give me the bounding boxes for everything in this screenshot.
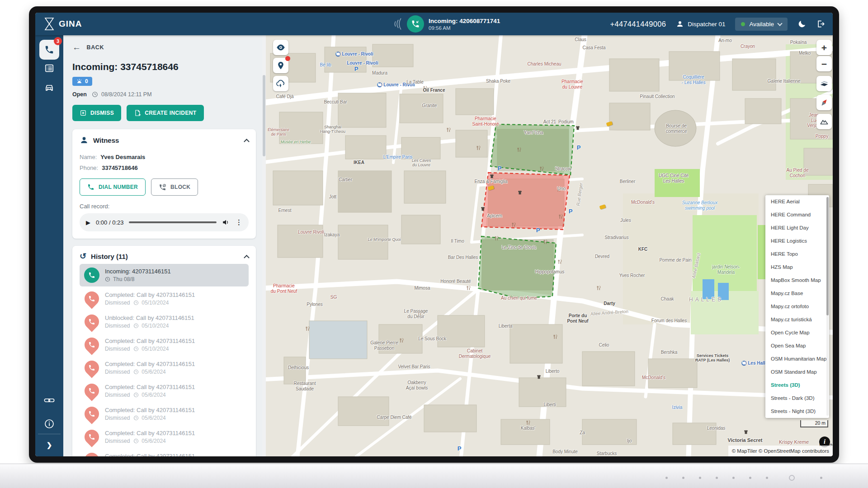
history-item[interactable]: Completed: Call by 420731146151Dismissed…: [80, 287, 249, 310]
dismissed-call-icon: [81, 427, 102, 447]
panel-scrollbar[interactable]: [262, 35, 266, 456]
audio-time: 0:00 / 0:23: [96, 219, 123, 226]
incoming-call-toast[interactable]: Incoming: 420608771741 09:56 AM: [392, 15, 500, 33]
map-label: Yves Rocher: [619, 273, 645, 278]
map[interactable]: PPPPPP ClausCasa FestaAn-moCrayonPokaïna…: [266, 35, 833, 456]
history-item[interactable]: Completed: Call by 420731146151Dismissed…: [80, 333, 249, 356]
chin-dot: [665, 477, 668, 479]
layer-option[interactable]: OSM Humanitarian Map: [765, 352, 829, 366]
map-label: Izivia: [672, 405, 683, 410]
availability-dropdown[interactable]: Available: [735, 18, 788, 31]
layer-option[interactable]: Streets - Night (3D): [765, 405, 829, 418]
power-button[interactable]: [789, 475, 795, 481]
layer-option[interactable]: MapBox Smooth Map: [765, 274, 829, 287]
witness-name: Yves Desmarais: [100, 154, 145, 160]
layer-option[interactable]: Mapy.cz Base: [765, 287, 829, 300]
play-icon[interactable]: ▶: [86, 219, 90, 226]
history-item[interactable]: Unblocked: Call by 420731146151Dismissed…: [80, 310, 249, 333]
audio-progress-bar[interactable]: [129, 221, 217, 223]
panel-scrollbar-thumb[interactable]: [263, 75, 265, 156]
monitor-bezel: GINA Incoming: 420608771741 09:56: [29, 6, 839, 463]
layer-option[interactable]: Open Cycle Map: [765, 326, 829, 339]
map-label: Pomme de Pain: [659, 258, 691, 263]
restaurant-icon: [540, 165, 544, 173]
audio-player[interactable]: ▶ 0:00 / 0:23 ⋮: [80, 213, 249, 231]
map-label: Velvet Bar Paris: [398, 364, 430, 370]
compass-icon: [817, 96, 831, 110]
tilt-button[interactable]: [816, 76, 832, 91]
map-label: Cartier: [339, 177, 352, 183]
history-item[interactable]: Completed: Call by 420731146151Dismissed…: [80, 449, 249, 456]
markers-button[interactable]: [273, 58, 288, 73]
layer-option[interactable]: HERE Light Day: [765, 221, 829, 235]
nav-list-button[interactable]: [35, 63, 63, 73]
siren-icon: [76, 79, 82, 84]
logout-icon[interactable]: [816, 19, 826, 28]
nav-rail: 3: [35, 35, 63, 456]
restaurant-icon: [558, 258, 562, 266]
map-label: Victoria Secret: [728, 437, 763, 443]
weather-button[interactable]: [273, 76, 288, 91]
collapse-history-icon[interactable]: [244, 254, 250, 260]
history-item[interactable]: Completed: Call by 420731146151Dismissed…: [80, 380, 249, 402]
layer-option[interactable]: HERE Topo: [765, 248, 829, 261]
layer-option[interactable]: Open Sea Map: [765, 339, 829, 352]
layer-option[interactable]: OSM Standard Map: [765, 366, 829, 379]
history-item[interactable]: Completed: Call by 420731146151Dismissed…: [80, 403, 249, 425]
map-canvas: [266, 35, 833, 456]
chin-dot: [820, 477, 822, 479]
dismissed-call-icon: [81, 357, 102, 378]
history-item[interactable]: Completed: Call by 420731146151Dismissed…: [80, 426, 249, 448]
cloud-lightning-icon: [276, 79, 286, 89]
map-label: Liberto: [546, 369, 560, 374]
create-incident-button[interactable]: CREATE INCIDENT: [127, 105, 203, 121]
collapse-witness-icon[interactable]: [244, 138, 250, 144]
dial-number-button[interactable]: DIAL NUMBER: [80, 178, 146, 196]
markers-alert-dot: [285, 56, 290, 61]
visibility-button[interactable]: [273, 40, 288, 55]
dark-mode-icon[interactable]: [797, 19, 807, 28]
layer-option[interactable]: Streets - Dark (3D): [765, 392, 829, 405]
witness-card: Witness Name: Yves Desmarais Phone: 3374…: [72, 129, 256, 239]
shop-icon: [490, 172, 494, 180]
chin-dot: [699, 477, 701, 479]
layers-scrollbar-thumb[interactable]: [826, 197, 829, 315]
about-button[interactable]: [35, 418, 63, 429]
map-label: Act 21: [543, 119, 556, 125]
integrations-button[interactable]: [35, 397, 63, 404]
rail-divider: [38, 434, 61, 434]
nav-vehicles-button[interactable]: [35, 82, 63, 93]
map-scale: 20 m: [800, 420, 828, 427]
block-button[interactable]: BLOCK: [151, 178, 198, 196]
map-label: Izakaya: [324, 232, 340, 238]
dismissed-call-icon: [81, 380, 102, 401]
back-button[interactable]: ← BACK: [72, 42, 256, 52]
user-menu[interactable]: Dispatcher 01: [676, 20, 725, 28]
layers-scrollbar[interactable]: [826, 197, 829, 416]
audio-menu-icon[interactable]: ⋮: [236, 218, 242, 226]
history-item[interactable]: Completed: Call by 420731146151Dismissed…: [80, 357, 249, 379]
volume-icon[interactable]: [222, 218, 230, 226]
layer-option[interactable]: Mapy.cz ortofoto: [765, 300, 829, 313]
history-item[interactable]: Incoming: 420731146151Thu 08/8: [80, 264, 249, 286]
layer-option[interactable]: HERE Command: [765, 208, 829, 221]
history-item-title: Completed: Call by 420731146151: [105, 384, 195, 390]
layer-option[interactable]: HZS Map: [765, 261, 829, 274]
witness-phone-label: Phone:: [80, 164, 98, 171]
map-label: Pinault Collection: [640, 94, 675, 99]
zoom-in-button[interactable]: +: [816, 40, 832, 55]
dismiss-button[interactable]: DISMISS: [72, 105, 121, 121]
expand-rail-button[interactable]: ❯: [35, 441, 63, 449]
restaurant-icon: [306, 325, 310, 333]
layer-option[interactable]: Mapy.cz turistická: [765, 313, 829, 326]
restaurant-icon: [553, 333, 557, 341]
terrain-button[interactable]: [816, 114, 832, 129]
layer-option[interactable]: Streets (3D): [765, 379, 829, 392]
layer-option[interactable]: HERE Logistics: [765, 235, 829, 248]
nav-calls-button[interactable]: 3: [39, 40, 59, 60]
zoom-out-button[interactable]: −: [816, 56, 832, 71]
compass-button[interactable]: [816, 95, 832, 110]
layer-option[interactable]: HERE Aerial: [765, 195, 829, 208]
camera-icon: [606, 121, 613, 127]
back-arrow-icon: ←: [72, 42, 81, 52]
